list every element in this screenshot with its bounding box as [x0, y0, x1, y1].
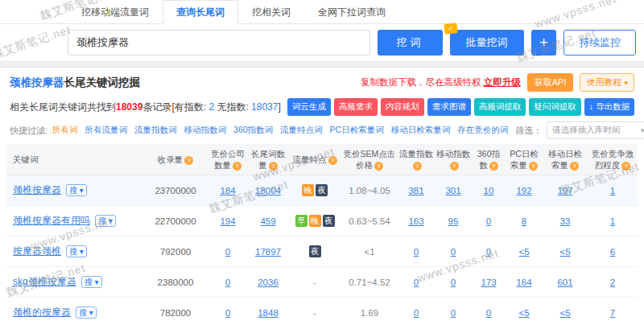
help-icon[interactable]: ?	[413, 162, 422, 171]
search-dropdown-button[interactable]: 搜 ▾	[81, 276, 102, 288]
quick-filters: 快捷过滤: 所有词所有流量词流量指数词移动指数词360指数词流量特点词PC日检索…	[10, 125, 515, 137]
action-button[interactable]: ↓ 导出数据	[584, 98, 634, 116]
nav-tab-4[interactable]: 全网下拉词查询	[304, 0, 399, 23]
longtail-link[interactable]: 2036	[258, 278, 279, 287]
traffic-link[interactable]: 0	[414, 247, 419, 257]
action-button[interactable]: 需求图谱	[427, 98, 471, 116]
help-icon[interactable]: ?	[621, 162, 630, 171]
idx360-link[interactable]: 0	[486, 216, 491, 226]
quick-filter-link[interactable]: 所有词	[52, 125, 78, 136]
keyword-link[interactable]: 颈椎的按摩器	[13, 306, 71, 318]
competition-link[interactable]: 1	[610, 216, 615, 226]
search-dropdown-button[interactable]: 搜 ▾	[76, 306, 97, 319]
tutorial-button[interactable]: 使用教程▾	[580, 73, 634, 92]
quick-filter-link[interactable]: 移动指数词	[184, 125, 227, 136]
action-button[interactable]: 高频需求	[334, 98, 378, 116]
idx360-link[interactable]: 173	[481, 278, 496, 287]
pc_daily-link[interactable]: <5	[518, 247, 529, 257]
table-row: 颈椎的按摩器搜 ▾78200001848-1.69000<5<57	[6, 298, 638, 325]
keyword-link[interactable]: 按摩器颈椎	[13, 245, 61, 257]
search-dropdown-button[interactable]: 搜 ▾	[66, 184, 87, 196]
mobile-link[interactable]: 0	[451, 247, 456, 257]
competition-link[interactable]: 6	[610, 247, 615, 257]
idx360-link[interactable]: 0	[486, 308, 491, 318]
column-header: 竞价竞争激烈程度?	[588, 144, 638, 175]
get-api-button[interactable]: 获取API	[527, 73, 574, 92]
pc_daily-link[interactable]: <5	[518, 308, 529, 318]
traffic-link[interactable]: 0	[414, 278, 419, 287]
continuous-monitor-button[interactable]: 持续监控	[564, 30, 636, 56]
competition-link[interactable]: 1	[610, 186, 615, 195]
idx360-link[interactable]: 10	[484, 186, 494, 195]
action-button[interactable]: 内容规划	[381, 98, 424, 116]
nav-tab-1[interactable]: 挖移动端流量词	[68, 0, 163, 23]
total-count: 18039	[116, 101, 142, 113]
traffic-link[interactable]: 163	[408, 216, 423, 226]
bid_companies-link[interactable]: 0	[225, 247, 230, 257]
quick-filter-link[interactable]: 流量特点词	[280, 125, 323, 136]
mobile_daily-link[interactable]: 601	[557, 278, 572, 287]
bid_companies-link[interactable]: 184	[220, 186, 235, 195]
traffic-feature-badge: 晚	[302, 184, 314, 196]
quick-filter-link[interactable]: 移动日检索量词	[391, 125, 451, 136]
batch-dig-button[interactable]: 批量挖词	[450, 30, 524, 56]
insert-time-select[interactable]: 请选择插入库时间▾	[547, 121, 644, 139]
filter-row: 快捷过滤: 所有词所有流量词流量指数词移动指数词360指数词流量特点词PC日检索…	[0, 118, 644, 144]
mobile_daily-link[interactable]: <5	[559, 247, 570, 257]
mobile-link[interactable]: 301	[445, 186, 460, 195]
competition-link[interactable]: 7	[610, 308, 615, 318]
select-label: 筛选：	[515, 125, 542, 137]
action-button[interactable]: 词云生成	[287, 98, 331, 116]
traffic-link[interactable]: 381	[408, 186, 423, 195]
page-title: 颈椎按摩器长尾关键词挖掘	[10, 76, 140, 90]
pc_daily-link[interactable]: 8	[522, 216, 526, 226]
help-icon[interactable]: ?	[489, 162, 498, 171]
mobile_daily-link[interactable]: 33	[560, 216, 571, 226]
search-dropdown-button[interactable]: 搜 ▾	[95, 215, 116, 227]
mobile-link[interactable]: 95	[448, 216, 459, 226]
keyword-link[interactable]: 颈椎按摩器	[13, 184, 61, 195]
mobile_daily-link[interactable]: 197	[557, 186, 572, 195]
help-icon[interactable]: ?	[374, 162, 383, 171]
idx360-link[interactable]: 0	[486, 247, 491, 257]
traffic-link[interactable]: 0	[414, 308, 419, 318]
mobile-link[interactable]: 0	[451, 308, 456, 318]
action-button[interactable]: 高频词提取	[474, 98, 526, 116]
keyword-link[interactable]: 颈椎按摩器有用吗	[13, 215, 90, 226]
action-button[interactable]: 疑问词提取	[529, 98, 581, 116]
bid_companies-link[interactable]: 194	[220, 216, 235, 226]
help-icon[interactable]: ?	[529, 162, 538, 171]
longtail-link[interactable]: 1848	[258, 308, 279, 318]
mobile_daily-link[interactable]: <5	[559, 308, 570, 318]
longtail-link[interactable]: 18004	[255, 186, 281, 195]
quick-filter-link[interactable]: 所有流量词	[85, 125, 128, 136]
longtail-link[interactable]: 459	[260, 216, 275, 226]
bid_companies-link[interactable]: 0	[225, 308, 230, 318]
batch-dig-wrap: ✓ 批量挖词	[450, 30, 524, 56]
add-button[interactable]: +	[531, 30, 557, 56]
help-icon[interactable]: ?	[184, 156, 193, 165]
help-icon[interactable]: ?	[450, 162, 459, 171]
longtail-link[interactable]: 17897	[255, 247, 281, 257]
nav-tab-3[interactable]: 挖相关词	[238, 0, 304, 23]
help-icon[interactable]: ?	[233, 162, 242, 171]
competition-link[interactable]: 2	[610, 278, 615, 287]
nav-tab-2[interactable]: 查询长尾词	[163, 0, 238, 24]
quick-filter-link[interactable]: 360指数词	[233, 125, 273, 136]
quick-filter-link[interactable]: 存在竞价的词	[457, 125, 508, 136]
pc_daily-link[interactable]: 192	[516, 186, 531, 195]
keyword-link[interactable]: skg颈椎按摩器	[13, 276, 76, 287]
dig-button[interactable]: 挖词	[378, 30, 442, 56]
bid_companies-link[interactable]: 0	[225, 278, 230, 287]
pc_daily-link[interactable]: 164	[516, 278, 531, 287]
quick-filter-link[interactable]: PC日检索量词	[330, 125, 384, 136]
upgrade-link[interactable]: 立即升级	[484, 77, 521, 87]
help-icon[interactable]: ?	[328, 156, 337, 165]
search-dropdown-button[interactable]: 搜 ▾	[66, 245, 87, 257]
help-icon[interactable]: ?	[570, 162, 579, 171]
mobile-link[interactable]: 0	[451, 278, 456, 287]
column-header-label: 流量指数	[399, 149, 433, 158]
quick-filter-link[interactable]: 流量指数词	[134, 125, 177, 136]
search-input[interactable]	[68, 30, 370, 56]
help-icon[interactable]: ?	[269, 162, 278, 171]
